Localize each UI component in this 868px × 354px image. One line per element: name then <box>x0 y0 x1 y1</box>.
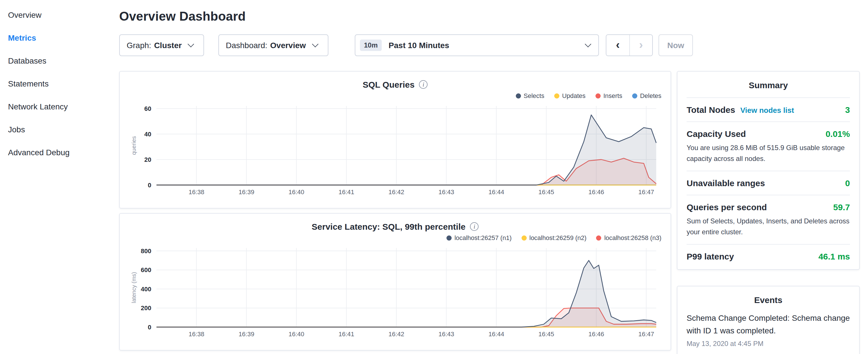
svg-text:600: 600 <box>141 266 151 273</box>
graph-scope-value: Cluster <box>154 41 182 50</box>
sidebar-item-metrics[interactable]: Metrics <box>0 26 112 49</box>
screenshot-root: Overview Metrics Databases Statements Ne… <box>0 0 868 354</box>
time-next-button[interactable]: › <box>629 35 652 56</box>
page-title: Overview Dashboard <box>119 9 860 24</box>
legend-item-deletes[interactable]: Deletes <box>632 92 661 99</box>
service-latency-panel: Service Latency: SQL, 99th percentile i … <box>119 213 671 351</box>
legend-item-selects[interactable]: Selects <box>516 92 544 99</box>
svg-text:16:38: 16:38 <box>189 330 204 338</box>
svg-text:16:44: 16:44 <box>488 189 504 196</box>
summary-label: P99 latency <box>687 252 734 261</box>
legend-item-n2[interactable]: localhost:26259 (n2) <box>521 234 586 241</box>
sidebar-item-jobs[interactable]: Jobs <box>0 118 112 141</box>
time-range-value: Past 10 Minutes <box>389 41 449 50</box>
series-color-dot <box>632 93 637 98</box>
service-latency-chart: 020040060080016:3816:3916:4016:4116:4216… <box>129 244 662 341</box>
chart-body: 020406016:3816:3916:4016:4116:4216:4316:… <box>129 101 661 201</box>
svg-text:16:38: 16:38 <box>189 189 204 196</box>
svg-text:16:47: 16:47 <box>639 189 654 196</box>
time-range-badge: 10m <box>360 39 382 51</box>
svg-text:16:39: 16:39 <box>239 189 254 196</box>
svg-text:200: 200 <box>141 304 151 312</box>
series-color-dot <box>516 93 521 98</box>
summary-description: Sum of Selects, Updates, Inserts, and De… <box>687 216 850 237</box>
summary-row-p99-latency: P99 latency 46.1 ms <box>687 244 850 268</box>
chart-legend: localhost:26257 (n1) localhost:26259 (n2… <box>129 233 661 242</box>
series-color-dot <box>521 235 526 240</box>
summary-value: 3 <box>845 105 850 115</box>
svg-text:0: 0 <box>148 182 151 189</box>
dashboard-dropdown[interactable]: Dashboard: Overview <box>218 34 329 56</box>
svg-text:16:42: 16:42 <box>389 330 404 338</box>
summary-row-capacity-used: Capacity Used 0.01% You are using 28.6 M… <box>687 122 850 171</box>
dashboard-dropdown-value: Overview <box>270 41 306 50</box>
summary-value: 0 <box>845 178 850 188</box>
chart-legend: Selects Updates Inserts Deletes <box>129 91 661 100</box>
summary-value: 0.01% <box>826 129 850 139</box>
svg-text:latency (ms): latency (ms) <box>131 272 137 303</box>
chart-title-row: Service Latency: SQL, 99th percentile i <box>129 221 661 232</box>
svg-text:16:45: 16:45 <box>538 330 554 338</box>
graph-scope-label: Graph: <box>127 41 151 50</box>
summary-label: Unavailable ranges <box>687 178 765 188</box>
svg-text:16:46: 16:46 <box>588 189 604 196</box>
summary-row-unavailable-ranges: Unavailable ranges 0 <box>687 171 850 195</box>
svg-text:16:45: 16:45 <box>538 189 554 196</box>
summary-value: 59.7 <box>833 202 850 212</box>
chart-title-row: SQL Queries i <box>129 78 661 90</box>
dashboard-body: SQL Queries i Selects Updates Inserts De… <box>119 71 860 354</box>
svg-text:400: 400 <box>141 286 151 293</box>
svg-text:20: 20 <box>145 156 151 163</box>
series-color-dot <box>595 93 600 98</box>
info-icon[interactable]: i <box>419 80 428 89</box>
chart-body: 020040060080016:3816:3916:4016:4116:4216… <box>129 244 661 343</box>
events-header: Events <box>687 287 850 313</box>
summary-panel: Summary Total Nodes View nodes list 3 Ca… <box>677 71 860 270</box>
time-step-buttons: ‹ › <box>606 34 653 56</box>
series-color-dot <box>446 235 452 240</box>
info-icon[interactable]: i <box>470 222 478 231</box>
sidebar-item-network-latency[interactable]: Network Latency <box>0 95 112 118</box>
now-button[interactable]: Now <box>658 34 693 56</box>
chart-title: Service Latency: SQL, 99th percentile <box>312 221 466 231</box>
summary-row-total-nodes: Total Nodes View nodes list 3 <box>687 97 850 122</box>
summary-row-queries-per-second: Queries per second 59.7 Sum of Selects, … <box>687 195 850 244</box>
svg-text:800: 800 <box>141 248 151 255</box>
svg-text:16:43: 16:43 <box>438 189 454 196</box>
summary-label: Total Nodes <box>687 105 735 115</box>
svg-text:40: 40 <box>145 131 151 138</box>
svg-text:16:41: 16:41 <box>338 330 354 338</box>
time-prev-button[interactable]: ‹ <box>607 35 629 56</box>
sidebar-item-overview[interactable]: Overview <box>0 3 112 26</box>
legend-item-inserts[interactable]: Inserts <box>595 92 622 99</box>
svg-text:16:40: 16:40 <box>288 330 304 338</box>
svg-text:16:44: 16:44 <box>488 330 504 338</box>
chevron-down-icon <box>585 41 591 47</box>
summary-label: Capacity Used <box>687 129 746 139</box>
summary-description: You are using 28.6 MiB of 515.9 GiB usab… <box>687 142 850 164</box>
dashboard-dropdown-label: Dashboard: <box>226 41 267 50</box>
summary-value: 46.1 ms <box>818 252 850 261</box>
sidebar-item-statements[interactable]: Statements <box>0 72 112 95</box>
left-nav: Overview Metrics Databases Statements Ne… <box>0 0 112 354</box>
legend-item-n3[interactable]: localhost:26258 (n3) <box>596 234 661 241</box>
svg-text:queries: queries <box>131 136 137 155</box>
svg-text:16:47: 16:47 <box>639 330 654 338</box>
svg-text:16:46: 16:46 <box>588 330 604 338</box>
series-color-dot <box>554 93 559 98</box>
graph-scope-dropdown[interactable]: Graph: Cluster <box>119 34 204 56</box>
right-column: Summary Total Nodes View nodes list 3 Ca… <box>677 71 860 354</box>
svg-text:16:43: 16:43 <box>438 330 454 338</box>
sql-queries-chart: 020406016:3816:3916:4016:4116:4216:4316:… <box>129 101 662 199</box>
time-range-selector[interactable]: 10m Past 10 Minutes <box>355 34 599 56</box>
legend-item-n1[interactable]: localhost:26257 (n1) <box>446 234 512 241</box>
series-color-dot <box>596 235 601 240</box>
legend-item-updates[interactable]: Updates <box>554 92 585 99</box>
event-timestamp: May 13, 2020 at 4:45 PM <box>687 340 850 348</box>
sidebar-item-advanced-debug[interactable]: Advanced Debug <box>0 141 112 164</box>
view-nodes-list-link[interactable]: View nodes list <box>740 106 794 115</box>
main-content: Overview Dashboard Graph: Cluster Dashbo… <box>112 0 868 354</box>
sidebar-item-databases[interactable]: Databases <box>0 49 112 72</box>
event-item[interactable]: Schema Change Completed: Schema change w… <box>687 313 850 348</box>
sql-queries-panel: SQL Queries i Selects Updates Inserts De… <box>119 71 671 208</box>
